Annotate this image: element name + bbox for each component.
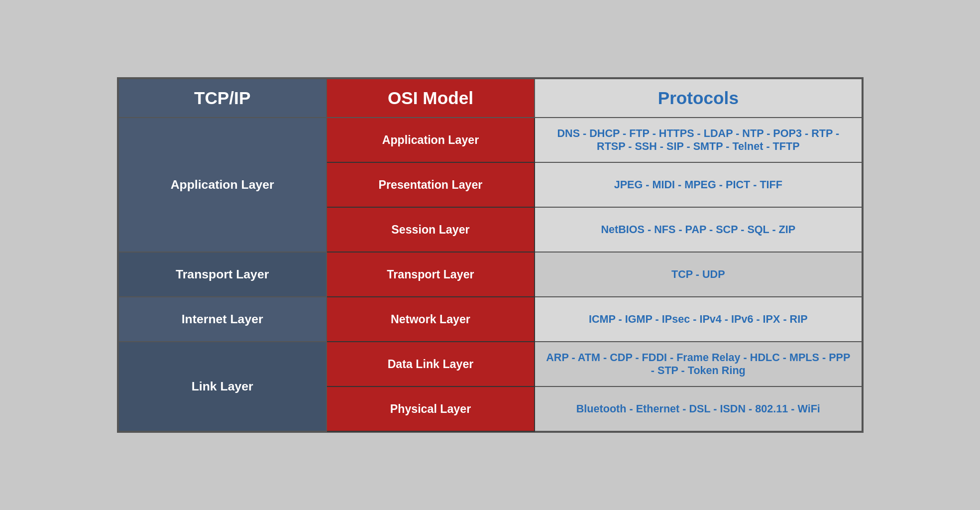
osi-cell: Presentation Layer [327,162,535,207]
osi-cell: Session Layer [327,207,535,252]
protocol-cell: Bluetooth - Ethernet - DSL - ISDN - 802.… [535,386,862,431]
protocol-cell: DNS - DHCP - FTP - HTTPS - LDAP - NTP - … [535,118,862,162]
protocol-cell: JPEG - MIDI - MPEG - PICT - TIFF [535,162,862,207]
header-protocols: Protocols [535,79,862,118]
protocol-cell: ICMP - IGMP - IPsec - IPv4 - IPv6 - IPX … [535,297,862,342]
table-row: Internet LayerNetwork LayerICMP - IGMP -… [118,297,862,342]
protocol-cell: TCP - UDP [535,252,862,297]
tcpip-cell: Link Layer [118,342,327,431]
protocol-cell: NetBIOS - NFS - PAP - SCP - SQL - ZIP [535,207,862,252]
header-osi: OSI Model [327,79,535,118]
tcpip-cell: Internet Layer [118,297,327,342]
table-row: Application LayerApplication LayerDNS - … [118,118,862,162]
tcpip-cell: Application Layer [118,118,327,252]
table-row: Transport LayerTransport LayerTCP - UDP [118,252,862,297]
header-tcpip: TCP/IP [118,79,327,118]
osi-cell: Application Layer [327,118,535,162]
tcpip-cell: Transport Layer [118,252,327,297]
osi-cell: Physical Layer [327,386,535,431]
osi-cell: Transport Layer [327,252,535,297]
protocol-cell: ARP - ATM - CDP - FDDI - Frame Relay - H… [535,342,862,386]
osi-cell: Network Layer [327,297,535,342]
osi-cell: Data Link Layer [327,342,535,386]
table-row: Link LayerData Link LayerARP - ATM - CDP… [118,342,862,386]
header-row: TCP/IP OSI Model Protocols [118,79,862,118]
